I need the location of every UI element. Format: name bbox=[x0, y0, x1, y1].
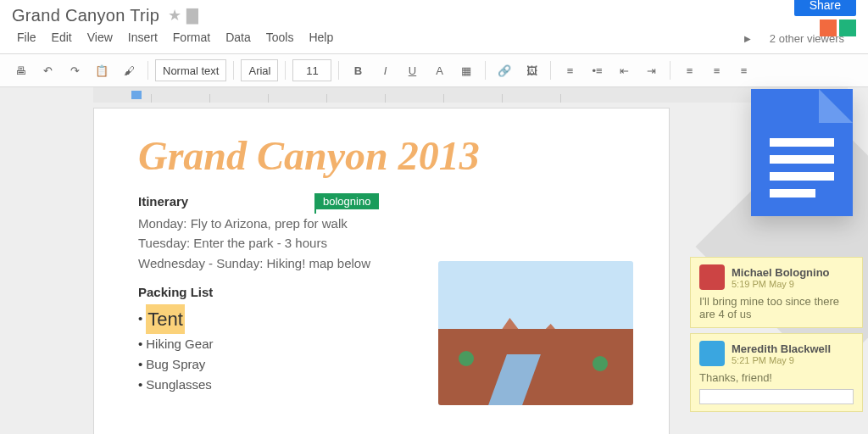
font-family-select[interactable]: Arial bbox=[241, 59, 278, 81]
toolbar: 🖶 ↶ ↷ 📋 🖌 Normal text Arial 11 B I U A ▦… bbox=[0, 53, 868, 87]
font-size-select[interactable]: 11 bbox=[292, 59, 331, 81]
menu-data[interactable]: Data bbox=[219, 29, 258, 48]
outdent-icon[interactable]: ⇤ bbox=[612, 58, 636, 82]
menu-insert[interactable]: Insert bbox=[121, 29, 164, 48]
menu-tools[interactable]: Tools bbox=[259, 29, 301, 48]
inline-image[interactable] bbox=[438, 261, 633, 405]
document-canvas: Grand Canyon 2013 bolognino Itinerary Mo… bbox=[0, 87, 868, 434]
menu-help[interactable]: Help bbox=[302, 29, 340, 48]
itinerary-heading[interactable]: Itinerary bbox=[138, 194, 625, 209]
folder-icon[interactable]: ▇ bbox=[186, 6, 198, 25]
comment-author: Meredith Blackwell bbox=[732, 342, 831, 355]
align-right-icon[interactable]: ≡ bbox=[732, 58, 755, 82]
indent-icon[interactable]: ⇥ bbox=[639, 58, 663, 82]
paragraph-style-select[interactable]: Normal text bbox=[155, 59, 226, 81]
undo-icon[interactable]: ↶ bbox=[36, 58, 59, 82]
highlight-icon[interactable]: ▦ bbox=[454, 58, 478, 82]
menu-edit[interactable]: Edit bbox=[45, 29, 79, 48]
packing-item-4[interactable]: Sunglasses bbox=[146, 375, 212, 395]
comment-time: 5:19 PM May 9 bbox=[732, 279, 830, 289]
align-center-icon[interactable]: ≡ bbox=[704, 58, 728, 82]
bulleted-list-icon[interactable]: •≡ bbox=[585, 58, 609, 82]
avatar bbox=[699, 264, 725, 290]
comment-author: Michael Bolognino bbox=[732, 266, 830, 279]
menu-bar: File Edit View Insert Format Data Tools … bbox=[0, 27, 868, 53]
menu-view[interactable]: View bbox=[81, 29, 120, 48]
comment-text: Thanks, friend! bbox=[699, 371, 854, 384]
packing-item-1[interactable]: Tent bbox=[146, 304, 185, 334]
comment-card[interactable]: Meredith Blackwell 5:21 PM May 9 Thanks,… bbox=[690, 333, 863, 412]
italic-icon[interactable]: I bbox=[373, 58, 397, 82]
packing-item-3[interactable]: Bug Spray bbox=[146, 354, 205, 375]
underline-icon[interactable]: U bbox=[400, 58, 424, 82]
comment-reply-input[interactable] bbox=[699, 389, 854, 404]
collaborator-label: bolognino bbox=[314, 193, 379, 209]
comment-thread: Michael Bolognino 5:19 PM May 9 I'll bri… bbox=[690, 257, 863, 412]
avatar bbox=[699, 341, 725, 366]
itinerary-line-2[interactable]: Tuesday: Enter the park - 3 hours bbox=[138, 233, 625, 253]
redo-icon[interactable]: ↷ bbox=[63, 58, 86, 82]
page[interactable]: Grand Canyon 2013 bolognino Itinerary Mo… bbox=[93, 108, 670, 434]
link-icon[interactable]: 🔗 bbox=[492, 58, 516, 82]
menu-format[interactable]: Format bbox=[166, 29, 217, 48]
document-title[interactable]: Grand Canyon Trip bbox=[12, 6, 159, 25]
clipboard-icon[interactable]: 📋 bbox=[90, 58, 114, 82]
itinerary-line-1[interactable]: Monday: Fly to Arizona, prep for walk bbox=[138, 214, 625, 233]
paint-format-icon[interactable]: 🖌 bbox=[117, 58, 141, 82]
collaborator-cursor: bolognino bbox=[314, 195, 316, 214]
share-button[interactable]: Share bbox=[794, 0, 856, 16]
viewers-caret-icon[interactable]: ▶ bbox=[737, 32, 758, 45]
bold-icon[interactable]: B bbox=[346, 58, 370, 82]
ruler[interactable] bbox=[93, 87, 848, 103]
viewers-text[interactable]: 2 other viewers bbox=[763, 31, 851, 47]
doc-headline[interactable]: Grand Canyon 2013 bbox=[138, 132, 625, 179]
comment-card[interactable]: Michael Bolognino 5:19 PM May 9 I'll bri… bbox=[690, 257, 863, 328]
star-icon[interactable]: ★ bbox=[168, 6, 181, 25]
google-docs-logo-icon bbox=[751, 89, 853, 216]
align-left-icon[interactable]: ≡ bbox=[677, 58, 701, 82]
packing-item-2[interactable]: Hiking Gear bbox=[146, 334, 213, 354]
indent-marker-left[interactable] bbox=[131, 91, 142, 99]
menu-file[interactable]: File bbox=[10, 29, 43, 48]
comment-text: I'll bring mine too since there are 4 of… bbox=[699, 295, 854, 320]
print-icon[interactable]: 🖶 bbox=[8, 58, 32, 82]
comment-time: 5:21 PM May 9 bbox=[732, 355, 831, 365]
numbered-list-icon[interactable]: ≡ bbox=[558, 58, 581, 82]
text-color-icon[interactable]: A bbox=[427, 58, 451, 82]
image-icon[interactable]: 🖼 bbox=[520, 58, 543, 82]
